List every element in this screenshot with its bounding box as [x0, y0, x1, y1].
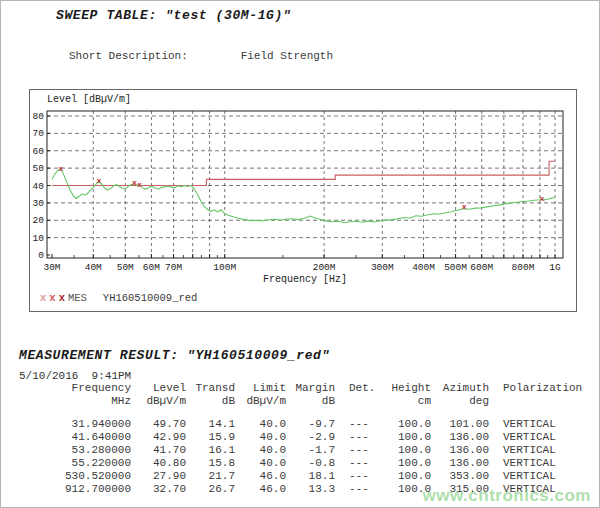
column-unit: dBµV/m	[235, 395, 286, 408]
measurement-cell: 46.0	[235, 470, 286, 483]
watermark: www.cntronics.com	[423, 486, 591, 506]
series-limit-line	[52, 161, 555, 185]
measurement-row: 55.22000040.8015.840.0-0.8---100.0136.00…	[21, 457, 584, 470]
measurement-cell: ---	[335, 483, 379, 496]
measurement-cell: VERTICAL	[489, 444, 584, 457]
measurement-cell: ---	[335, 457, 379, 470]
measurement-cell: 530.520000	[21, 470, 131, 483]
measurement-table-head: FrequencyLevelTransdLimitMarginDet.Heigh…	[21, 382, 584, 408]
measurement-row: 41.64000042.9015.940.0-2.9---100.0136.00…	[21, 431, 584, 444]
measurement-cell: -0.8	[286, 457, 335, 470]
x-tick-label: 400M	[412, 262, 435, 273]
x-tick-label: 60M	[143, 262, 160, 273]
measurement-cell: ---	[335, 408, 379, 431]
measurement-cell: 14.1	[186, 408, 235, 431]
measurement-cell: 42.90	[131, 431, 186, 444]
report-page: SWEEP TABLE: "test (30M-1G)" Short Descr…	[0, 0, 600, 508]
measurement-result-title: MEASUREMENT RESULT: "YH160510009_red"	[19, 348, 330, 363]
measurement-table: FrequencyLevelTransdLimitMarginDet.Heigh…	[21, 382, 584, 496]
x-tick-label: 800M	[512, 262, 535, 273]
measurement-cell: 15.8	[186, 457, 235, 470]
x-tick-label: 500M	[444, 262, 467, 273]
x-tick-label: 600M	[470, 262, 493, 273]
measurement-cell: ---	[335, 431, 379, 444]
measurement-cell: 100.0	[379, 457, 431, 470]
peak-marker-x: x	[539, 194, 544, 203]
measurement-cell: 136.00	[431, 457, 489, 470]
y-tick-label: 60	[33, 146, 45, 157]
legend-trace-name: YH160510009_red	[103, 292, 198, 304]
measurement-timestamp: 5/10/2016 9:41PM	[19, 370, 131, 382]
measurement-cell: 41.640000	[21, 431, 131, 444]
column-header: Height	[379, 382, 431, 395]
measurement-row: 530.52000027.9021.746.018.1---100.0353.0…	[21, 470, 584, 483]
column-unit: dBµV/m	[131, 395, 186, 408]
measurement-cell: VERTICAL	[489, 408, 584, 431]
column-header: Limit	[235, 382, 286, 395]
column-header: Level	[131, 382, 186, 395]
column-unit	[489, 395, 584, 408]
sweep-table-title: SWEEP TABLE: "test (30M-1G)"	[56, 8, 291, 23]
chart-legend: xxxMESYH160510009_red	[30, 287, 576, 304]
series-mes-trace-YH160510009_red	[52, 169, 555, 223]
y-tick-label: 0	[38, 250, 44, 261]
measurement-cell: VERTICAL	[489, 431, 584, 444]
measurement-cell: 100.0	[379, 408, 431, 431]
chart-x-axis-title: Frequency [Hz]	[263, 274, 347, 285]
table-header-row: FrequencyLevelTransdLimitMarginDet.Heigh…	[21, 382, 584, 395]
chart-y-axis-title: Level [dBµV/m]	[47, 94, 131, 105]
measurement-cell: 49.70	[131, 408, 186, 431]
column-unit: cm	[379, 395, 431, 408]
measurement-cell: 136.00	[431, 431, 489, 444]
peak-marker-x: x	[462, 202, 467, 211]
measurement-cell: 26.7	[186, 483, 235, 496]
peak-marker-x: x	[137, 180, 142, 189]
column-header: Polarization	[489, 382, 584, 395]
measurement-cell: 40.80	[131, 457, 186, 470]
peak-marker-x: x	[97, 176, 102, 185]
column-unit: deg	[431, 395, 489, 408]
legend-marker-x: x	[49, 292, 55, 304]
legend-detector-label: MES	[68, 292, 87, 304]
y-tick-label: 20	[33, 215, 45, 226]
column-unit: dB	[186, 395, 235, 408]
measurement-cell: 46.0	[235, 483, 286, 496]
measurement-cell: 100.0	[379, 444, 431, 457]
x-tick-label: 70M	[165, 262, 182, 273]
peak-marker-x: x	[59, 164, 64, 173]
measurement-cell: 40.0	[235, 431, 286, 444]
measurement-cell: 55.220000	[21, 457, 131, 470]
measurement-cell: -2.9	[286, 431, 335, 444]
measurement-row: 31.94000049.7014.140.0-9.7---100.0101.00…	[21, 408, 584, 431]
measurement-cell: 27.90	[131, 470, 186, 483]
x-tick-label: 200M	[313, 262, 336, 273]
measurement-cell: 136.00	[431, 444, 489, 457]
measurement-cell: 912.700000	[21, 483, 131, 496]
measurement-cell: 31.940000	[21, 408, 131, 431]
legend-marker-x: x	[40, 292, 46, 304]
y-tick-label: 30	[33, 198, 45, 209]
column-header: Margin	[286, 382, 335, 395]
column-header: Transd	[186, 382, 235, 395]
measurement-cell: 40.0	[235, 457, 286, 470]
y-tick-label: 50	[33, 163, 45, 174]
x-tick-label: 1G	[549, 262, 561, 273]
sweep-short-description: Short Description: Field Strength	[69, 50, 465, 63]
column-unit: dB	[286, 395, 335, 408]
measurement-cell: 16.1	[186, 444, 235, 457]
level-chart: Level [dBµV/m]0102030405060708030M40M50M…	[30, 90, 574, 285]
measurement-cell: 40.0	[235, 444, 286, 457]
measurement-cell: ---	[335, 470, 379, 483]
x-tick-label: 300M	[371, 262, 394, 273]
measurement-row: 53.28000041.7016.140.0-1.7---100.0136.00…	[21, 444, 584, 457]
x-tick-label: 30M	[43, 262, 60, 273]
measurement-cell: 32.70	[131, 483, 186, 496]
measurement-cell: 18.1	[286, 470, 335, 483]
column-header: Det.	[335, 382, 379, 395]
column-header: Frequency	[21, 382, 131, 395]
legend-marker-group: xxx	[40, 292, 68, 304]
column-unit: MHz	[21, 395, 131, 408]
measurement-cell: -9.7	[286, 408, 335, 431]
column-unit	[335, 395, 379, 408]
column-header: Azimuth	[431, 382, 489, 395]
